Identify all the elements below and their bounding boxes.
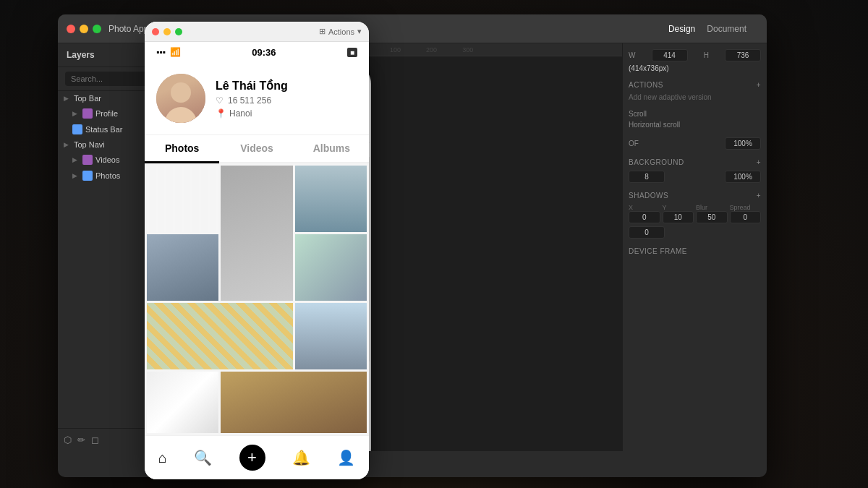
tab-design[interactable]: Design	[668, 24, 695, 34]
popup-photo-4	[295, 234, 367, 301]
popup-photo-white	[147, 372, 218, 433]
bg-label: BACKGROUND	[629, 158, 684, 166]
status-left-icons: ▪▪▪ 📶	[156, 47, 181, 57]
actions-header: Actions +	[629, 81, 761, 89]
popup-tab-videos[interactable]: Videos	[219, 135, 294, 163]
shadow-inputs: X Y Blur Spread	[629, 204, 761, 223]
popup-profile: Lê Thái Tồng ♡ 16 511 256 📍 Hanoi	[145, 62, 369, 135]
shape-icon[interactable]: ◻	[91, 435, 99, 445]
shadow-blur-input[interactable]	[696, 211, 728, 223]
popup-actions-chevron[interactable]: ▾	[357, 27, 362, 36]
popup-title-bar: ⊞ Actions ▾	[145, 22, 369, 42]
chevron-icon: ▶	[64, 141, 71, 148]
popup-name: Lê Thái Tồng	[216, 79, 357, 93]
shadows-label: SHADOWS	[629, 192, 668, 200]
panel-section-actions: Actions + Add new adaptive version	[629, 81, 761, 101]
title-bar-actions: Design Document	[668, 24, 758, 34]
insert-icon[interactable]: ⬡	[64, 435, 72, 445]
device-size: (414x736px)	[629, 64, 669, 72]
adaptive-version-btn[interactable]: Add new adaptive version	[629, 93, 761, 101]
height-input[interactable]	[725, 49, 761, 61]
device-frame-label: DEVICE FRAME	[629, 247, 687, 255]
popup-photo-brown	[221, 372, 367, 433]
tab-document[interactable]: Document	[707, 24, 746, 34]
fill-opacity-input[interactable]	[629, 171, 665, 183]
location-text: Hanoi	[229, 108, 252, 119]
popup-status-bar: ▪▪▪ 📶 09:36 ■	[145, 42, 369, 62]
popup-actions: ⊞ Actions ▾	[319, 27, 362, 36]
chevron-icon: ▶	[72, 110, 80, 117]
popup-photo-diag	[147, 303, 293, 369]
horizontal-scroll-label: Horizontal scroll	[629, 121, 680, 129]
popup-fullscreen-button[interactable]	[175, 28, 182, 35]
scroll-row-1: Scroll	[629, 110, 761, 118]
height-label: H	[704, 51, 709, 59]
fill-percent-input[interactable]	[725, 171, 761, 183]
x-label: X	[629, 204, 660, 211]
shadow-spread-input[interactable]	[730, 211, 762, 223]
blur-label: Blur	[696, 204, 728, 211]
popup-photo-blue	[295, 303, 367, 369]
shadow-spread-group: Spread	[730, 204, 762, 223]
device-frame-header: DEVICE FRAME	[629, 247, 761, 255]
add-shadow-icon[interactable]: +	[757, 192, 761, 200]
shadow-opacity-row	[629, 226, 761, 239]
popup-close-button[interactable]	[152, 28, 159, 35]
fullscreen-button[interactable]	[93, 25, 101, 33]
panel-section-dimensions: W H (414x736px)	[629, 49, 761, 72]
notification-nav-icon[interactable]: 🔔	[292, 449, 310, 466]
pen-icon[interactable]: ✏	[77, 435, 85, 445]
device-size-row: (414x736px)	[629, 64, 761, 72]
sidebar-title: Layers	[67, 50, 95, 60]
opacity-label: OF	[629, 140, 639, 147]
ruler-mark: 100	[390, 46, 401, 53]
profile-nav-icon[interactable]: 👤	[337, 449, 355, 466]
actions-label: Actions	[629, 81, 663, 89]
panel-section-background: BACKGROUND +	[629, 158, 761, 183]
panel-section-fill: OF	[629, 137, 761, 150]
location-icon: 📍	[216, 108, 226, 119]
popup-photo-tall	[221, 166, 292, 301]
popup-bottom-nav: ⌂ 🔍 + 🔔 👤	[145, 435, 369, 479]
popup-tab-albums[interactable]: Albums	[294, 135, 369, 163]
popup-actions-label: Actions	[328, 27, 354, 36]
minimize-button[interactable]	[80, 25, 88, 33]
popup-tab-photos[interactable]: Photos	[145, 135, 219, 163]
popup-photos-grid	[145, 163, 369, 435]
width-input[interactable]	[652, 49, 688, 61]
y-label: Y	[663, 204, 694, 211]
bg-header: BACKGROUND +	[629, 158, 761, 166]
add-bg-icon[interactable]: +	[757, 158, 761, 166]
shadow-y-input[interactable]	[663, 211, 694, 223]
shadow-x-group: X	[629, 204, 660, 223]
popup-photo-2	[147, 234, 218, 301]
popup-avatar	[156, 74, 205, 123]
opacity-input[interactable]	[725, 137, 761, 150]
shadow-opacity-input[interactable]	[629, 226, 665, 239]
scroll-row-2: Horizontal scroll	[629, 121, 761, 129]
search-nav-icon[interactable]: 🔍	[194, 449, 212, 466]
shadows-header: SHADOWS +	[629, 192, 761, 200]
avatar-face	[156, 74, 205, 123]
close-button[interactable]	[67, 25, 75, 33]
shadow-x-input[interactable]	[629, 211, 660, 223]
popup-stats: ♡ 16 511 256	[216, 95, 357, 106]
chevron-icon: ▶	[64, 95, 71, 102]
heart-icon: ♡	[216, 95, 224, 106]
battery-icon: ■	[347, 48, 357, 57]
dimension-row: W H	[629, 49, 761, 61]
popup-location: 📍 Hanoi	[216, 108, 357, 119]
popup-minimize-button[interactable]	[163, 28, 171, 35]
add-action-icon[interactable]: +	[757, 81, 761, 89]
ruler-mark: 200	[426, 46, 437, 53]
popup-time: 09:36	[252, 47, 276, 58]
popup-photo-3	[295, 166, 367, 232]
layer-icon-profile	[82, 108, 93, 119]
popup-tabs: Photos Videos Albums	[145, 135, 369, 163]
phone-preview-popup: ⊞ Actions ▾ ▪▪▪ 📶 09:36 ■ Lê Thái Tồng ♡…	[145, 22, 369, 479]
traffic-lights	[67, 25, 101, 33]
add-nav-button[interactable]: +	[239, 445, 265, 471]
panel-section-device-frame: DEVICE FRAME	[629, 247, 761, 255]
scroll-label: Scroll	[629, 110, 647, 118]
home-nav-icon[interactable]: ⌂	[158, 450, 167, 466]
